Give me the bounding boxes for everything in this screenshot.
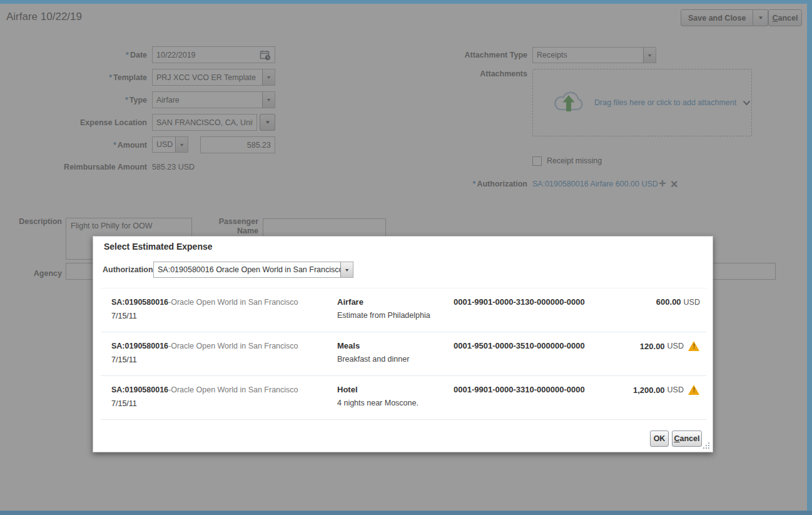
row-account: 0001-9901-0000-3310-000000-0000 (454, 385, 585, 394)
dialog-ok-button[interactable]: OK (650, 431, 669, 447)
dialog-title: Select Estimated Expense (104, 242, 213, 252)
estimated-expense-row-hotel[interactable]: SA:0190580016-Oracle Open World in San F… (101, 376, 706, 420)
row-currency: USD (684, 298, 700, 307)
row-currency: USD (667, 385, 684, 394)
dialog-authorization-label: Authorization (103, 265, 151, 274)
row-description: Estimate from Philadelphia (337, 311, 430, 320)
warning-icon: ! (688, 385, 700, 395)
window-edge-bottom (0, 511, 812, 515)
row-auth-id: SA:0190580016 (111, 385, 168, 394)
select-estimated-expense-dialog: Select Estimated Expense Authorization S… (93, 236, 713, 452)
ok-button-label: OK (654, 434, 666, 443)
row-amount: 120.00 (640, 342, 665, 351)
row-amount: 1,200.00 (633, 385, 665, 395)
dialog-cancel-label: Cancel (674, 434, 700, 443)
row-expense-type: Airfare (337, 297, 363, 307)
window-edge-right (807, 0, 812, 515)
row-description: 4 nights near Moscone. (337, 399, 419, 407)
row-auth-id: SA:0190580016 (111, 298, 168, 307)
row-date: 7/15/11 (111, 399, 137, 408)
row-auth-name: -Oracle Open World in San Francisco (168, 298, 298, 307)
dialog-cancel-button[interactable]: Cancel (672, 431, 702, 447)
row-auth-name: -Oracle Open World in San Francisco (168, 342, 298, 350)
window-edge-top (0, 0, 812, 4)
row-date: 7/15/11 (111, 355, 137, 364)
dialog-authorization-value: SA:0190580016 Oracle Open World in San F… (154, 265, 340, 274)
estimated-expense-row-meals[interactable]: SA:0190580016-Oracle Open World in San F… (101, 332, 706, 376)
resize-grip[interactable] (703, 442, 710, 449)
row-auth-name: -Oracle Open World in San Francisco (168, 385, 298, 394)
row-description: Breakfast and dinner (337, 355, 409, 364)
estimated-expense-row-airfare[interactable]: SA:0190580016-Oracle Open World in San F… (101, 288, 706, 332)
row-expense-type: Meals (337, 341, 360, 350)
dialog-authorization-select[interactable]: SA:0190580016 Oracle Open World in San F… (153, 262, 353, 278)
warning-icon: ! (688, 341, 700, 351)
row-amount: 600.00 (656, 297, 681, 307)
row-auth-id: SA:0190580016 (111, 342, 168, 350)
row-account: 0001-9501-0000-3510-000000-0000 (454, 341, 585, 350)
row-currency: USD (667, 342, 684, 350)
row-expense-type: Hotel (337, 385, 358, 394)
row-date: 7/15/11 (111, 312, 137, 320)
row-account: 0001-9901-0000-3130-000000-0000 (454, 297, 585, 307)
chevron-down-icon[interactable]: ▼ (340, 262, 353, 277)
